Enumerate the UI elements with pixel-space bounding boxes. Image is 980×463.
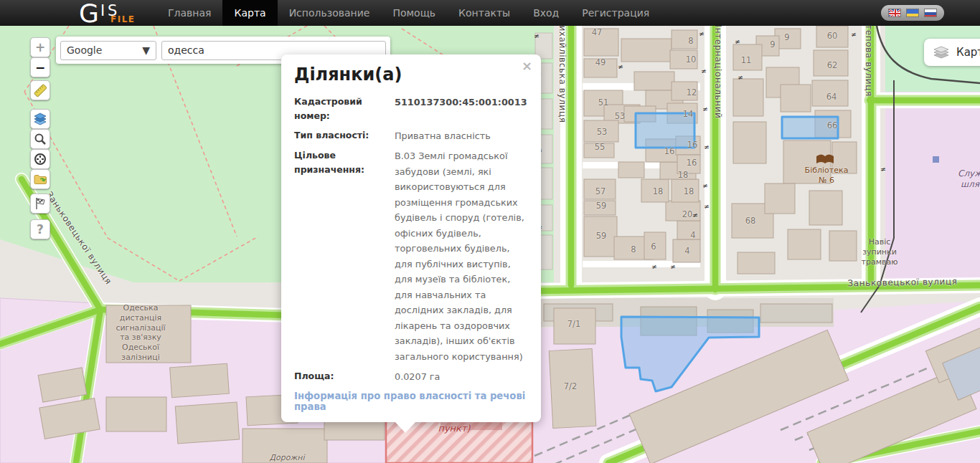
ownership-info-link[interactable]: Інформація про право власності та речові… [294,391,528,412]
nav-item-karta[interactable]: Карта [222,0,277,26]
layers-icon [32,111,48,127]
maps-button-label: Карти [956,46,980,59]
popup-pointer [395,421,416,433]
question-icon: ? [37,224,44,236]
close-icon[interactable]: × [522,59,532,72]
gis-file-app: Михайлівська вулицяІнтернаціональнийСтеп… [0,0,980,463]
search-provider-select[interactable]: Google ▼ [60,41,156,60]
field-value: 0.0207 га [395,369,528,384]
field-value: 5110137300:45:001:0013 [395,95,528,123]
logo-g: G [79,0,99,28]
field-label: Кадастровий номер: [294,95,392,123]
field-label: Тип власності: [294,128,392,143]
nav-item-vhod[interactable]: Вход [522,0,570,26]
nav-item-pomosch[interactable]: Помощь [381,0,447,26]
language-switcher [881,5,944,21]
gis-file-logo[interactable]: GIS FILE [79,0,118,24]
parcel-info-popup: × Ділянки(а) Кадастровий номер: 51101373… [281,54,541,422]
field-value: В.03 Землі громадської забудови (землі, … [395,148,528,364]
english-flag[interactable] [888,9,901,17]
magnifier-icon [32,131,48,147]
parcel-highlight [636,113,694,148]
ruler-icon [32,82,48,98]
ukrainian-flag[interactable] [906,9,919,17]
popup-title: Ділянки(а) [294,65,528,85]
minus-icon: − [35,62,45,74]
nav-item-ispolzovanie[interactable]: Использование [278,0,382,26]
flag-button[interactable] [30,194,50,214]
plus-icon: + [35,42,45,54]
russian-flag[interactable] [924,9,937,17]
checkered-flag-icon [32,196,48,211]
field-ownership-type: Тип власності: Приватна власність [294,128,528,143]
nav-item-kontakty[interactable]: Контакты [447,0,522,26]
search-provider-value: Google [67,44,102,56]
zoom-out-button[interactable]: − [30,57,50,77]
nav-item-registraciya[interactable]: Регистрация [570,0,661,26]
maps-layers-button[interactable]: Карти [924,39,980,66]
chevron-down-icon: ▼ [142,44,150,56]
open-file-button[interactable] [30,169,50,189]
small-blue-marker [933,156,939,163]
field-label: Площа: [294,369,392,384]
field-cadastral-number: Кадастровий номер: 5110137300:45:001:001… [294,95,528,123]
help-button[interactable]: ? [30,219,50,239]
field-label: Цільове призначення: [294,148,392,364]
layers-button[interactable] [30,109,50,129]
layers-icon [933,44,950,60]
map-search-button[interactable] [30,129,50,149]
field-designation: Цільове призначення: В.03 Землі громадсь… [294,148,528,364]
main-menu: Главная Карта Использование Помощь Конта… [156,0,661,26]
top-navbar: GIS FILE Главная Карта Использование Пом… [0,0,980,26]
logo-file: FILE [110,14,136,24]
target-icon [32,151,48,167]
field-area: Площа: 0.0207 га [294,369,528,384]
nav-item-glavnaya[interactable]: Главная [156,0,222,26]
parcel-highlight [782,117,838,138]
field-value: Приватна власність [395,128,528,143]
locate-button[interactable] [30,149,50,169]
zoom-in-button[interactable]: + [30,37,50,57]
folder-icon [32,171,48,187]
measure-button[interactable] [30,80,50,100]
